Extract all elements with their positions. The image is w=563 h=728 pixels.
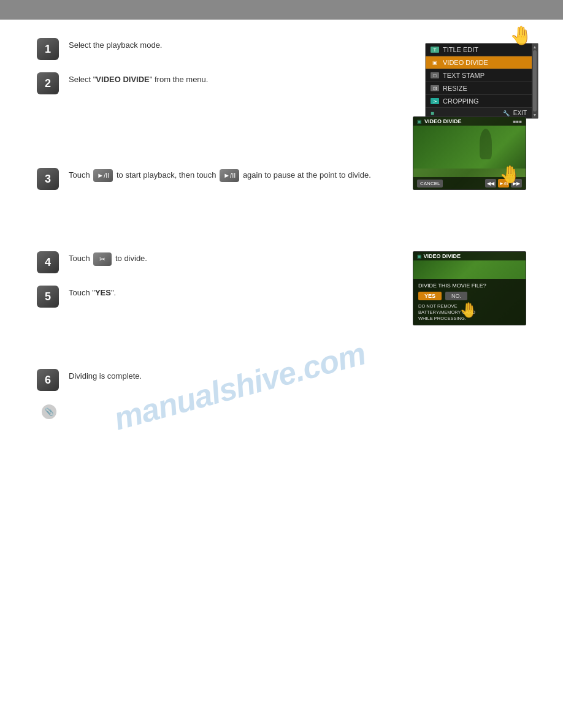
- play-pause-button[interactable]: ►/II: [498, 179, 509, 188]
- scissors-icon: ✂: [93, 252, 112, 266]
- resize-icon: ⊡: [431, 85, 439, 91]
- right-panel: T TITLE EDIT ▣ VIDEO DIVIDE □ TEXT STAMP: [413, 37, 538, 325]
- camera-title-1: VIDEO DIVIDE: [424, 118, 462, 124]
- step-1-number: 1: [37, 38, 59, 60]
- step-4-text: Touch ✂ to divide.: [69, 250, 404, 266]
- menu-item-text-stamp[interactable]: □ TEXT STAMP: [426, 69, 532, 82]
- header-bar: [0, 0, 563, 20]
- step-1-text: Select the playback mode.: [69, 37, 404, 51]
- camera-header-1: ▣ VIDEO DIVIDE ■■■: [413, 117, 526, 126]
- cropping-label: CROPPING: [443, 97, 479, 105]
- scroll-down-arrow: ▼: [533, 113, 537, 117]
- confirm-header: ▣ VIDEO DIVIDE: [413, 252, 526, 260]
- step-3-row: 3 Touch ►/II to start playback, then tou…: [37, 167, 404, 190]
- note-icon: 📎: [42, 404, 56, 419]
- menu-scrollbar[interactable]: ▲ ▼: [532, 44, 538, 118]
- step-1-row: 1 Select the playback mode.: [37, 37, 404, 60]
- video-divide-label: VIDEO DIVIDE: [443, 59, 488, 66]
- title-edit-icon: T: [431, 47, 439, 53]
- scroll-up-arrow: ▲: [533, 45, 537, 49]
- yes-button[interactable]: YES: [418, 292, 442, 300]
- video-divide-icon: ▣: [431, 59, 439, 66]
- rewind-button[interactable]: ◀◀: [485, 179, 496, 188]
- resize-label: RESIZE: [443, 85, 467, 92]
- text-stamp-label: TEXT STAMP: [443, 72, 484, 79]
- playback-controls: ◀◀ ►/II ▶▶: [485, 179, 522, 188]
- no-button[interactable]: NO.: [445, 292, 467, 300]
- cancel-button[interactable]: CANCEL: [417, 180, 443, 188]
- step-4-number: 4: [37, 251, 59, 273]
- cropping-icon: ≻: [431, 98, 439, 104]
- play-pause-icon-2: ►/II: [220, 169, 239, 182]
- step-2-number: 2: [37, 72, 59, 94]
- exit-label[interactable]: EXIT: [513, 110, 527, 116]
- step-5-number: 5: [37, 286, 59, 308]
- play-pause-icon-1: ►/II: [93, 169, 113, 182]
- step-3-number: 3: [37, 168, 59, 190]
- confirm-dialog-title: DIVIDE THIS MOVIE FILE?: [418, 282, 521, 289]
- camera-footer-1: CANCEL ◀◀ ►/II ▶▶: [413, 177, 526, 189]
- menu-item-resize[interactable]: ⊡ RESIZE: [426, 82, 532, 95]
- scroll-track: [533, 50, 537, 112]
- fast-forward-button[interactable]: ▶▶: [511, 179, 522, 188]
- confirm-screenshot-group: ▣ VIDEO DIVIDE DIVIDE THIS MOVIE FILE? Y…: [413, 251, 538, 325]
- confirm-title-header: VIDEO DIVIDE: [424, 253, 461, 259]
- menu-item-title-edit[interactable]: T TITLE EDIT: [426, 44, 532, 56]
- menu-item-video-divide[interactable]: ▣ VIDEO DIVIDE: [426, 56, 532, 69]
- camera-screenshot-group: ▣ VIDEO DIVIDE ■■■ CANCEL ◀◀ ►/II: [413, 116, 538, 190]
- title-edit-label: TITLE EDIT: [443, 46, 478, 53]
- step-6-row: 6 Dividing is complete.: [37, 368, 404, 391]
- step-4-row: 4 Touch ✂ to divide.: [37, 250, 404, 273]
- camera-screen-1: ▣ VIDEO DIVIDE ■■■ CANCEL ◀◀ ►/II: [413, 116, 526, 190]
- step-5-text: Touch "YES".: [69, 284, 404, 299]
- step-2-row: 2 Select "VIDEO DIVIDE" from the menu.: [37, 71, 404, 94]
- confirm-buttons: YES NO.: [418, 292, 521, 300]
- step-6-number: 6: [37, 369, 59, 391]
- step-5-row: 5 Touch "YES".: [37, 284, 404, 308]
- step-3-text: Touch ►/II to start playback, then touch…: [69, 167, 404, 182]
- step-2-text: Select "VIDEO DIVIDE" from the menu.: [69, 71, 404, 86]
- confirm-screen: ▣ VIDEO DIVIDE DIVIDE THIS MOVIE FILE? Y…: [413, 251, 526, 325]
- text-stamp-icon: □: [431, 72, 439, 78]
- step-6-text: Dividing is complete.: [69, 368, 404, 382]
- menu-item-cropping[interactable]: ≻ CROPPING: [426, 95, 532, 108]
- menu-screenshot: T TITLE EDIT ▣ VIDEO DIVIDE □ TEXT STAMP: [425, 43, 538, 119]
- confirm-warning-text: DO NOT REMOVEBATTERY/MEMORY CARDWHILE PR…: [418, 303, 521, 321]
